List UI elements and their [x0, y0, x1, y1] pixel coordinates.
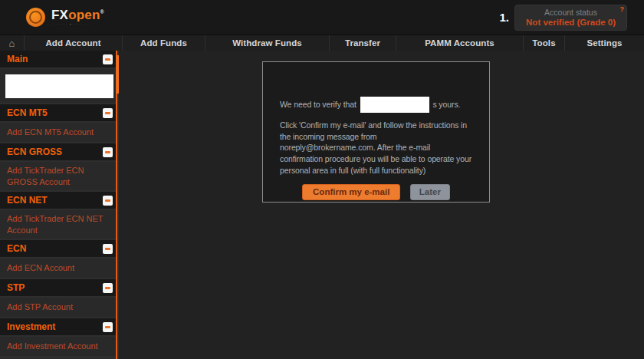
main-navbar: ⌂ Add Account Add Funds Withdraw Funds T… [0, 35, 644, 51]
main-content: We need to verify that s yours. Click 'C… [119, 51, 644, 359]
fxopen-dragon-icon [26, 8, 45, 27]
nav-settings[interactable]: Settings [565, 35, 644, 51]
confirm-email-button[interactable]: Confirm my e-mail [302, 184, 400, 200]
collapse-minus-icon[interactable] [103, 147, 113, 157]
sidebar-item-add-ecn-mt5[interactable]: Add ECN MT5 Account [0, 123, 117, 142]
section-label: ECN [7, 243, 26, 254]
sidebar: Main ECN MT5 Add ECN MT5 Account ECN GRO… [0, 51, 119, 359]
logo-open: open [68, 8, 100, 22]
nav-transfer[interactable]: Transfer [330, 35, 396, 51]
sidebar-section-investment[interactable]: Investment [0, 318, 117, 335]
sidebar-edge-line [116, 51, 117, 359]
collapse-minus-icon[interactable] [103, 196, 113, 206]
collapse-minus-icon[interactable] [103, 54, 113, 64]
help-icon[interactable]: ? [620, 5, 625, 13]
account-status-box[interactable]: Account status Not verified (Grade 0) ? [514, 5, 627, 31]
nav-add-funds[interactable]: Add Funds [123, 35, 205, 51]
sidebar-item-add-ticktrader-ecn-gross[interactable]: Add TickTrader ECN GROSS Account [0, 162, 117, 190]
collapse-minus-icon[interactable] [103, 244, 113, 254]
nav-tools[interactable]: Tools [524, 35, 565, 51]
sidebar-section-main[interactable]: Main [0, 51, 117, 68]
registered-mark: ® [100, 9, 104, 15]
later-button[interactable]: Later [410, 184, 450, 200]
fxopen-client-area: FXopen® ··· ···· ▪ ···· ··· 1. Account s… [0, 0, 644, 359]
verify-instructions: Click 'Confirm my e-mail' and follow the… [280, 120, 472, 176]
section-label: STP [7, 282, 25, 293]
collapse-minus-icon[interactable] [103, 322, 113, 332]
collapse-minus-icon[interactable] [103, 283, 113, 293]
sidebar-item-add-investment[interactable]: Add Investment Account [0, 337, 117, 356]
section-label: ECN NET [7, 195, 48, 206]
email-verification-dialog: We need to verify that s yours. Click 'C… [262, 61, 490, 203]
top-header: FXopen® ··· ···· ▪ ···· ··· 1. Account s… [0, 0, 644, 35]
section-label: Investment [7, 321, 55, 332]
verify-line: We need to verify that s yours. [280, 97, 472, 113]
sidebar-item-add-ecn[interactable]: Add ECN Account [0, 259, 117, 278]
redacted-email [360, 97, 429, 113]
fxopen-logo[interactable]: FXopen® ··· ···· ▪ ···· ··· [26, 8, 104, 27]
step-number: 1. [500, 11, 510, 24]
nav-pamm-accounts[interactable]: PAMM Accounts [396, 35, 524, 51]
sidebar-section-ecn-gross[interactable]: ECN GROSS [0, 143, 117, 160]
logo-text: FXopen® ··· ···· ▪ ···· ··· [51, 8, 104, 26]
section-label: ECN GROSS [7, 147, 62, 157]
nav-add-account[interactable]: Add Account [25, 35, 123, 51]
section-label: Main [7, 54, 28, 64]
verify-line-after: s yours. [432, 100, 460, 109]
account-status-label: Account status [526, 8, 616, 17]
collapse-minus-icon[interactable] [103, 108, 113, 118]
redacted-account-info [5, 74, 113, 98]
sidebar-section-ecn[interactable]: ECN [0, 240, 117, 257]
account-status-value: Not verified (Grade 0) [526, 18, 616, 27]
logo-fx: FX [51, 8, 68, 22]
sidebar-section-ecn-net[interactable]: ECN NET [0, 192, 117, 209]
sidebar-section-stp[interactable]: STP [0, 279, 117, 296]
dialog-buttons: Confirm my e-mail Later [280, 184, 472, 200]
verify-line-before: We need to verify that [280, 100, 356, 109]
section-label: ECN MT5 [7, 107, 48, 118]
sidebar-section-ecn-mt5[interactable]: ECN MT5 [0, 104, 117, 121]
sidebar-item-add-stp[interactable]: Add STP Account [0, 298, 117, 317]
sidebar-item-add-ticktrader-ecn-net[interactable]: Add TickTrader ECN NET Account [0, 210, 117, 239]
sidebar-item-redacted[interactable] [0, 69, 117, 103]
nav-withdraw-funds[interactable]: Withdraw Funds [205, 35, 330, 51]
logo-tagline: ··· ···· ▪ ···· ··· [51, 23, 104, 26]
home-icon[interactable]: ⌂ [0, 35, 25, 51]
